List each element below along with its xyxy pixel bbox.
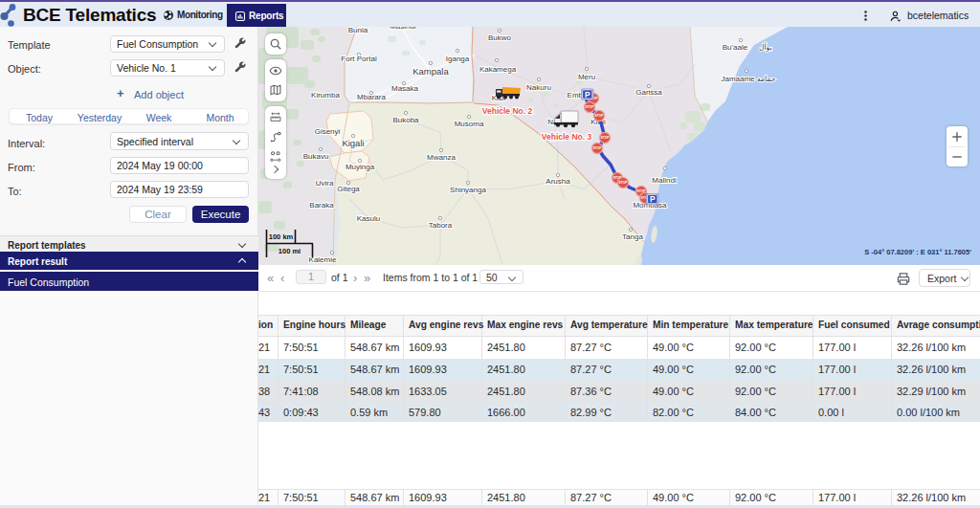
svg-text:100 mi: 100 mi: [278, 247, 301, 255]
svg-text:STOP: STOP: [618, 181, 628, 185]
svg-text:Kampala: Kampala: [412, 66, 449, 77]
svg-text:P: P: [650, 194, 656, 204]
svg-text:Vehicle No. 3: Vehicle No. 3: [542, 132, 592, 142]
svg-text:STOP: STOP: [594, 114, 604, 118]
svg-text:Bu'aale: Bu'aale: [723, 43, 748, 52]
svg-text:Bukwo: Bukwo: [488, 33, 512, 42]
svg-text:Shinyanga: Shinyanga: [450, 186, 486, 194]
svg-text:Mwanza: Mwanza: [427, 153, 456, 162]
svg-text:حمامه: حمامه: [757, 75, 776, 83]
svg-text:S -04° 07.8209' : E 031° 11.76: S -04° 07.8209' : E 031° 11.7605': [864, 248, 971, 256]
svg-text:100 km: 100 km: [269, 232, 294, 241]
svg-text:Garissa: Garissa: [635, 88, 662, 97]
svg-text:Gitega: Gitega: [337, 185, 360, 193]
svg-text:Tabora: Tabora: [429, 221, 453, 230]
svg-text:Meru: Meru: [578, 73, 595, 81]
svg-text:Bukavu: Bukavu: [303, 152, 329, 161]
svg-text:STOP: STOP: [592, 146, 602, 150]
svg-text:Masaka: Masaka: [391, 84, 419, 93]
svg-text:Fort Portal: Fort Portal: [341, 55, 377, 63]
svg-text:Jamaame: Jamaame: [721, 75, 755, 83]
svg-text:Kirumba: Kirumba: [311, 91, 340, 99]
svg-text:STOP: STOP: [600, 136, 610, 140]
svg-text:Bunia: Bunia: [348, 27, 368, 34]
svg-text:P: P: [585, 90, 590, 99]
svg-text:Kigali: Kigali: [342, 138, 364, 148]
svg-text:Uvira: Uvira: [316, 179, 334, 188]
svg-text:STOP: STOP: [585, 105, 594, 109]
svg-text:Muyinga: Muyinga: [345, 163, 375, 171]
svg-text:Mbarara: Mbarara: [357, 93, 386, 101]
svg-text:Baraka: Baraka: [309, 201, 334, 210]
svg-text:Nakuru: Nakuru: [526, 83, 551, 92]
svg-text:Musoma: Musoma: [455, 120, 484, 128]
svg-text:Arusha: Arusha: [546, 177, 570, 186]
svg-text:بوأل: بوأل: [759, 42, 772, 52]
svg-text:Masindi: Masindi: [390, 27, 416, 31]
svg-text:Gisenyi: Gisenyi: [315, 127, 341, 136]
svg-text:Iganga: Iganga: [446, 55, 470, 63]
svg-text:Bukoba: Bukoba: [392, 116, 419, 124]
svg-text:Kakamega: Kakamega: [479, 65, 517, 74]
svg-text:Kasulu: Kasulu: [357, 214, 380, 223]
svg-text:Tanga: Tanga: [622, 232, 643, 241]
svg-text:Vehicle No. 2: Vehicle No. 2: [482, 106, 533, 116]
svg-text:Malindi: Malindi: [652, 176, 677, 185]
